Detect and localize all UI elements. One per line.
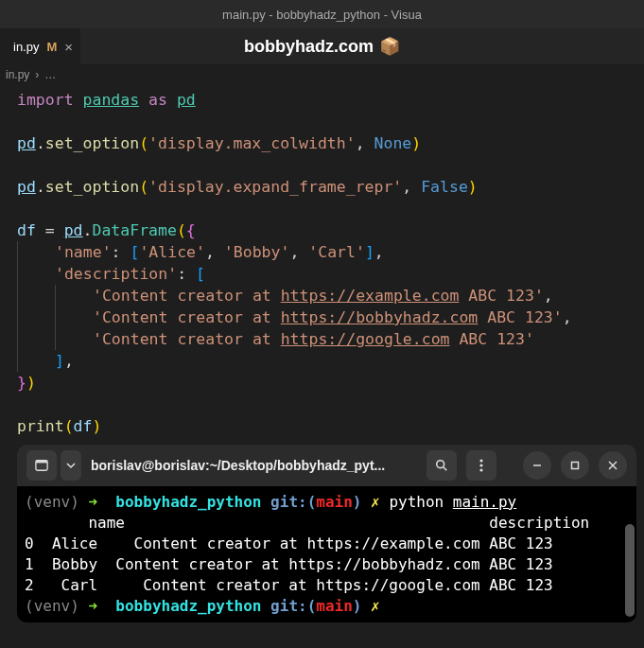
svg-line-3 [444, 467, 447, 471]
editor-tab-main[interactable]: in.py M × [0, 28, 81, 64]
tab-modified-badge: M [46, 40, 57, 54]
svg-rect-8 [572, 463, 579, 469]
watermark-text: bobbyhadz.com [244, 37, 374, 57]
terminal-output[interactable]: (venv) ➜ bobbyhadz_python git:(main) ✗ p… [17, 486, 636, 622]
code-editor[interactable]: import pandas as pd pd.set_option('displ… [0, 85, 644, 441]
tab-dropdown-button[interactable] [61, 450, 81, 481]
breadcrumb[interactable]: in.py › … [0, 64, 644, 85]
window-titlebar: main.py - bobbyhadz_python - Visua [0, 0, 644, 28]
kebab-icon [479, 459, 483, 472]
tab-filename: in.py [13, 40, 39, 54]
svg-point-4 [479, 459, 482, 462]
watermark: bobbyhadz.com 📦 [244, 36, 400, 57]
output-header: name description [25, 514, 589, 532]
close-icon [608, 461, 618, 470]
chevron-right-icon: › [35, 68, 39, 81]
window-title: main.py - bobbyhadz_python - Visua [222, 8, 422, 22]
search-icon [435, 459, 448, 472]
output-row: 1 Bobby Content creator at https://bobby… [25, 555, 553, 573]
minimize-button[interactable] [523, 451, 551, 480]
svg-point-2 [437, 461, 444, 468]
terminal-scrollbar[interactable] [625, 524, 635, 617]
close-button[interactable] [599, 451, 627, 480]
terminal-panel: borislav@borislav:~/Desktop/bobbyhadz_py… [17, 445, 636, 622]
search-button[interactable] [426, 450, 457, 481]
cube-icon: 📦 [379, 36, 400, 57]
svg-point-5 [479, 464, 482, 466]
menu-button[interactable] [466, 450, 496, 481]
new-tab-button[interactable] [26, 450, 57, 481]
tab-bar: in.py M × bobbyhadz.com 📦 [0, 28, 644, 64]
terminal-icon [35, 459, 48, 472]
chevron-down-icon [66, 461, 76, 470]
breadcrumb-more: … [44, 68, 56, 81]
minimize-icon [532, 461, 542, 470]
output-row: 2 Carl Content creator at https://google… [25, 576, 553, 594]
maximize-icon [570, 461, 580, 470]
maximize-button[interactable] [561, 451, 589, 480]
svg-rect-1 [36, 461, 47, 464]
tab-close-button[interactable]: × [64, 39, 73, 55]
svg-point-6 [479, 468, 482, 471]
terminal-title: borislav@borislav:~/Desktop/bobbyhadz_py… [91, 458, 417, 473]
terminal-header: borislav@borislav:~/Desktop/bobbyhadz_py… [17, 445, 636, 486]
breadcrumb-file: in.py [6, 68, 29, 81]
output-row: 0 Alice Content creator at https://examp… [25, 534, 553, 552]
